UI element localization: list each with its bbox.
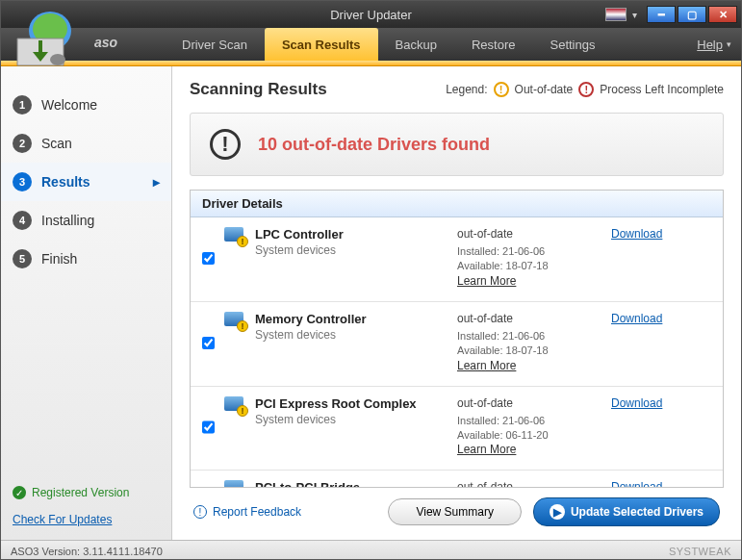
alert-icon: ! — [210, 129, 241, 160]
legend: Legend: ! Out-of-date ! Process Left Inc… — [446, 82, 724, 97]
learn-more-link[interactable]: Learn More — [457, 443, 601, 456]
download-link[interactable]: Download — [611, 480, 688, 487]
driver-category: System devices — [255, 328, 448, 342]
maximize-button[interactable]: ▢ — [678, 6, 706, 23]
step-label: Results — [41, 174, 90, 190]
step-label: Finish — [41, 251, 77, 267]
driver-folder-icon: ! — [224, 312, 245, 329]
content-pane: Scanning Results Legend: ! Out-of-date !… — [172, 66, 741, 540]
tab-settings[interactable]: Settings — [532, 28, 612, 61]
step-label: Scan — [41, 136, 72, 151]
sidebar-step-welcome[interactable]: 1Welcome — [1, 86, 171, 124]
sidebar-step-results[interactable]: 3Results — [1, 163, 171, 201]
window-title: Driver Updater — [330, 8, 412, 22]
driver-checkbox[interactable] — [202, 398, 215, 457]
download-link[interactable]: Download — [611, 396, 688, 457]
sidebar: 1Welcome 2Scan 3Results 4Installing 5Fin… — [1, 66, 172, 540]
check-updates-link[interactable]: Check For Updates — [13, 513, 160, 526]
driver-row: !Memory ControllerSystem devicesout-of-d… — [191, 302, 723, 387]
learn-more-link[interactable]: Learn More — [457, 359, 601, 372]
help-link[interactable]: Help — [697, 38, 723, 52]
driver-category: System devices — [255, 243, 448, 257]
driver-name: Memory Controller — [255, 312, 448, 326]
brand-label: aso — [94, 35, 117, 50]
driver-installed: Installed: 21-06-06 — [457, 244, 601, 259]
version-label: ASO3 Version: 3.11.4111.18470 — [11, 546, 163, 557]
sidebar-step-finish[interactable]: 5Finish — [1, 240, 171, 278]
driver-checkbox[interactable] — [202, 229, 215, 288]
check-icon: ✓ — [13, 486, 26, 499]
driver-installed: Installed: 21-06-06 — [457, 414, 601, 428]
update-selected-button[interactable]: ▶ Update Selected Drivers — [533, 497, 720, 526]
report-feedback-link[interactable]: ! Report Feedback — [193, 505, 301, 519]
driver-installed: Installed: 21-06-06 — [457, 329, 601, 344]
step-label: Installing — [41, 213, 94, 228]
driver-status: out-of-date — [457, 227, 601, 241]
menubar: aso Driver Scan Scan Results Backup Rest… — [1, 28, 741, 61]
download-link[interactable]: Download — [611, 312, 688, 372]
minimize-button[interactable]: ━ — [647, 6, 676, 23]
warn-icon: ! — [494, 82, 509, 97]
play-icon: ▶ — [550, 504, 565, 520]
driver-row: !PCI Express Root ComplexSystem deviceso… — [191, 387, 723, 471]
tab-scan-results[interactable]: Scan Results — [265, 28, 378, 61]
learn-more-link[interactable]: Learn More — [457, 274, 601, 288]
driver-details-panel: Driver Details !LPC ControllerSystem dev… — [190, 190, 724, 488]
driver-status: out-of-date — [457, 396, 601, 410]
driver-folder-icon: ! — [224, 227, 245, 244]
driver-row: !LPC ControllerSystem devicesout-of-date… — [191, 217, 723, 302]
feedback-icon: ! — [193, 505, 207, 519]
driver-name: LPC Controller — [255, 227, 448, 242]
driver-folder-icon: ! — [224, 480, 245, 487]
sidebar-step-scan[interactable]: 2Scan — [1, 124, 171, 163]
page-title: Scanning Results — [190, 80, 327, 99]
tab-backup[interactable]: Backup — [378, 28, 454, 61]
registered-status: ✓Registered Version — [13, 486, 160, 499]
view-summary-button[interactable]: View Summary — [388, 498, 521, 525]
titlebar: Driver Updater ▾ ━ ▢ ✕ — [1, 1, 741, 28]
alert-banner: ! 10 out-of-date Drivers found — [190, 113, 724, 176]
step-label: Welcome — [41, 97, 97, 113]
driver-available: Available: 18-07-18 — [457, 344, 601, 358]
driver-status: out-of-date — [457, 480, 601, 487]
sidebar-step-installing[interactable]: 4Installing — [1, 201, 171, 240]
details-header: Driver Details — [191, 191, 723, 217]
help-dropdown-icon[interactable]: ▾ — [727, 39, 731, 49]
svg-point-2 — [50, 54, 65, 65]
driver-available: Available: 18-07-18 — [457, 259, 601, 273]
driver-status: out-of-date — [457, 312, 601, 325]
statusbar: ASO3 Version: 3.11.4111.18470 SYSTWEAK — [1, 540, 741, 560]
app-logo-icon — [12, 10, 83, 69]
tab-restore[interactable]: Restore — [454, 28, 533, 61]
driver-available: Available: 06-11-20 — [457, 428, 601, 443]
driver-checkbox[interactable] — [202, 482, 215, 487]
incomplete-icon: ! — [578, 82, 594, 97]
locale-flag-icon[interactable] — [605, 8, 627, 21]
close-button[interactable]: ✕ — [708, 6, 737, 23]
driver-folder-icon: ! — [224, 396, 245, 414]
locale-dropdown-icon[interactable]: ▾ — [632, 10, 637, 20]
driver-category: System devices — [255, 413, 448, 426]
driver-checkbox[interactable] — [202, 314, 215, 372]
watermark: SYSTWEAK — [669, 546, 731, 557]
alert-text: 10 out-of-date Drivers found — [258, 135, 490, 155]
driver-name: PCI-to-PCI Bridge — [255, 480, 448, 487]
tab-driver-scan[interactable]: Driver Scan — [165, 28, 265, 61]
download-link[interactable]: Download — [611, 227, 688, 288]
driver-name: PCI Express Root Complex — [255, 396, 448, 411]
driver-row: !PCI-to-PCI BridgeSystem devicesout-of-d… — [191, 471, 723, 487]
driver-list[interactable]: !LPC ControllerSystem devicesout-of-date… — [191, 217, 723, 487]
